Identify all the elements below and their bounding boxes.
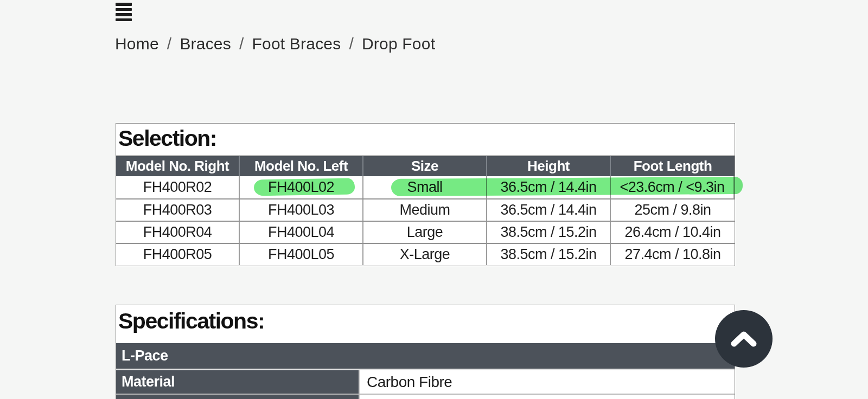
cell-size: Large [363, 222, 487, 243]
cell-size: Small [363, 176, 487, 198]
cell-height: 38.5cm / 15.2in [487, 222, 611, 243]
breadcrumb-separator: / [349, 35, 354, 53]
cell-foot-length: <23.6cm / <9.3in [611, 176, 735, 198]
selection-card: Selection: Model No. Right Model No. Lef… [116, 123, 735, 266]
cell-height: 38.5cm / 15.2in [487, 244, 611, 265]
specifications-card: Specifications: L-Pace Material Carbon F… [116, 305, 735, 399]
cell-model-left: FH400L05 [240, 244, 363, 265]
cell-model-right: FH400R05 [116, 244, 240, 265]
spec-group-header: L-Pace [116, 343, 735, 369]
cell-height: 36.5cm / 14.4in [487, 176, 611, 198]
cell-model-left: FH400L03 [240, 200, 363, 221]
spec-row-partial [116, 394, 735, 399]
cell-foot-length: 25cm / 9.8in [611, 200, 735, 221]
cell-size: X-Large [363, 244, 487, 265]
spec-row-material: Material Carbon Fibre [116, 369, 735, 394]
cell-model-right: FH400R04 [116, 222, 240, 243]
menu-button[interactable] [116, 3, 133, 21]
column-header-size: Size [363, 156, 487, 176]
cell-model-right: FH400R02 [116, 176, 240, 198]
spec-value [360, 395, 735, 399]
column-header-height: Height [487, 156, 611, 176]
breadcrumb-drop-foot[interactable]: Drop Foot [362, 35, 435, 53]
breadcrumb-separator: / [239, 35, 244, 53]
column-header-foot-length: Foot Length [611, 156, 735, 176]
spec-label: Material [116, 370, 360, 394]
specifications-title: Specifications: [116, 305, 735, 343]
table-row: FH400R05 FH400L05 X-Large 38.5cm / 15.2i… [116, 243, 735, 265]
breadcrumb-braces[interactable]: Braces [180, 35, 231, 53]
cell-model-left: FH400L02 [240, 176, 363, 198]
cell-model-right: FH400R03 [116, 200, 240, 221]
breadcrumb-foot-braces[interactable]: Foot Braces [252, 35, 341, 53]
cell-foot-length: 27.4cm / 10.8in [611, 244, 735, 265]
table-row: FH400R02 FH400L02 Small 36.5cm / 14.4in … [116, 176, 735, 198]
table-row: FH400R04 FH400L04 Large 38.5cm / 15.2in … [116, 221, 735, 243]
cell-height: 36.5cm / 14.4in [487, 200, 611, 221]
cell-size: Medium [363, 200, 487, 221]
table-row: FH400R03 FH400L03 Medium 36.5cm / 14.4in… [116, 198, 735, 221]
spec-label [116, 395, 360, 399]
breadcrumb: Home / Braces / Foot Braces / Drop Foot [115, 35, 435, 53]
scroll-to-top-button[interactable] [715, 310, 773, 368]
column-header-model-right: Model No. Right [116, 156, 240, 176]
cell-foot-length: 26.4cm / 10.4in [611, 222, 735, 243]
chevron-up-icon [730, 330, 757, 347]
selection-table-header: Model No. Right Model No. Left Size Heig… [116, 155, 735, 176]
spec-value: Carbon Fibre [360, 370, 735, 394]
selection-title: Selection: [116, 124, 735, 155]
column-header-model-left: Model No. Left [240, 156, 363, 176]
breadcrumb-home[interactable]: Home [115, 35, 159, 53]
breadcrumb-separator: / [167, 35, 172, 53]
cell-model-left: FH400L04 [240, 222, 363, 243]
